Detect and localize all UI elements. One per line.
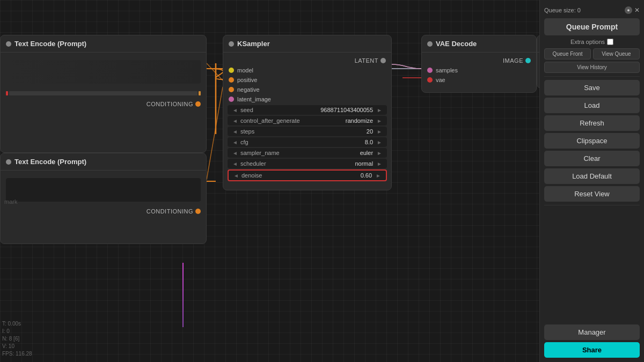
node-text-encode-2: Text Encode (Prompt) CONDITIONING <box>0 153 207 244</box>
output-port-row-1: CONDITIONING <box>1 99 206 109</box>
param-row-seed: ◄ seed 9688711043400055 ► <box>228 105 387 115</box>
node-header-text-encode-1: Text Encode (Prompt) <box>1 35 206 53</box>
queue-size-label: Queue size: 0 <box>544 7 581 13</box>
stat-t: T: 0.00s <box>2 320 32 328</box>
port-row-vae: vae <box>422 75 536 85</box>
param-row-steps: ◄ steps 20 ► <box>228 127 387 136</box>
clear-button[interactable]: Clear <box>544 151 640 166</box>
sub-buttons-row: Queue Front View Queue <box>544 48 640 60</box>
param-value-cfg: 8.0 <box>365 139 373 145</box>
node-title-vae: VAE Decode <box>436 40 477 48</box>
node-header-ksampler: KSampler <box>223 35 391 53</box>
param-arrow-left-cfg[interactable]: ◄ <box>231 139 239 145</box>
load-button[interactable]: Load <box>544 98 640 113</box>
clipspace-button[interactable]: Clipspace <box>544 133 640 149</box>
param-value-steps: 20 <box>367 128 373 135</box>
param-name-cfg: cfg <box>239 139 365 145</box>
param-arrow-left-steps[interactable]: ◄ <box>231 129 239 135</box>
node-body-ksampler: LATENT model positive negative latent_im… <box>223 53 391 190</box>
port-dot-samples[interactable] <box>427 68 433 73</box>
param-value-denoise: 0.60 <box>361 172 372 179</box>
param-value-control: randomize <box>346 117 373 124</box>
stats-overlay: T: 0.00s I: 0 N: 8 [6] V: 10 FPS: 116.28 <box>2 320 32 358</box>
port-dot-latent[interactable] <box>380 58 386 63</box>
param-row-sampler: ◄ sampler_name euler ► <box>228 148 387 158</box>
port-label-conditioning-2: CONDITIONING <box>147 208 193 215</box>
param-name-denoise: denoise <box>240 172 361 179</box>
node-body-text-encode-2: CONDITIONING <box>1 171 206 220</box>
param-row-scheduler: ◄ scheduler normal ► <box>228 159 387 168</box>
param-arrow-left-control[interactable]: ◄ <box>231 118 239 124</box>
port-dot-vae[interactable] <box>427 77 433 83</box>
port-row-positive: positive <box>223 75 391 85</box>
node-status-dot-vae <box>427 41 433 47</box>
view-queue-button[interactable]: View Queue <box>593 48 640 60</box>
right-panel: Queue size: 0 ● ✕ Queue Prompt Extra opt… <box>539 0 644 362</box>
node-text-encode-1: Text Encode (Prompt) CONDITIONING <box>0 35 207 153</box>
refresh-button[interactable]: Refresh <box>544 115 640 131</box>
output-port-row-2: CONDITIONING <box>1 206 206 217</box>
port-dot-latent-image[interactable] <box>229 97 234 102</box>
node-vae-decode: VAE Decode IMAGE samples vae <box>421 35 537 93</box>
node-status-dot-1 <box>6 41 11 47</box>
param-arrow-left-sampler[interactable]: ◄ <box>231 150 239 156</box>
marker-track <box>9 91 197 95</box>
node-header-vae: VAE Decode <box>422 35 536 53</box>
param-arrow-left-scheduler[interactable]: ◄ <box>231 161 239 167</box>
load-default-button[interactable]: Load Default <box>544 168 640 184</box>
param-arrow-right-control[interactable]: ► <box>375 118 384 124</box>
port-dot-positive[interactable] <box>229 77 234 83</box>
port-label-image-out: IMAGE <box>503 57 523 64</box>
param-arrow-right-steps[interactable]: ► <box>375 129 384 135</box>
manager-button[interactable]: Manager <box>544 324 640 340</box>
param-row-cfg: ◄ cfg 8.0 ► <box>228 137 387 147</box>
slider-markers-1 <box>1 88 206 99</box>
param-arrow-right-sampler[interactable]: ► <box>375 150 384 156</box>
param-value-sampler: euler <box>360 150 373 156</box>
queue-front-button[interactable]: Queue Front <box>544 48 591 60</box>
output-port-latent: LATENT <box>223 56 391 65</box>
port-label-latent: LATENT <box>355 57 378 64</box>
extra-options-label: Extra options <box>570 39 605 45</box>
queue-circle-btn[interactable]: ● <box>625 6 632 14</box>
param-name-sampler: sampler_name <box>239 150 360 156</box>
port-dot-conditioning-1[interactable] <box>195 101 201 107</box>
port-label-latent-image: latent_image <box>237 96 271 102</box>
watermark-text: mark <box>4 198 17 205</box>
node-title-text-encode-1: Text Encode (Prompt) <box>14 40 86 48</box>
param-arrow-right-scheduler[interactable]: ► <box>375 161 384 167</box>
param-arrow-left-seed[interactable]: ◄ <box>231 107 239 113</box>
param-name-steps: steps <box>239 128 367 135</box>
node-status-dot-2 <box>6 159 11 165</box>
port-dot-model[interactable] <box>229 68 234 73</box>
param-arrow-right-seed[interactable]: ► <box>375 107 384 113</box>
port-label-positive: positive <box>237 77 257 83</box>
param-arrow-right-denoise[interactable]: ► <box>374 173 383 179</box>
reset-view-button[interactable]: Reset View <box>544 186 640 202</box>
port-dot-negative[interactable] <box>229 87 234 92</box>
divider-1 <box>544 76 640 77</box>
port-label-model: model <box>237 67 253 73</box>
node-ksampler: KSampler LATENT model positive negative … <box>223 35 392 190</box>
extra-options-checkbox[interactable] <box>607 39 613 45</box>
divider-2 <box>544 205 640 205</box>
param-value-scheduler: normal <box>355 160 373 167</box>
port-label-negative: negative <box>237 86 260 93</box>
queue-prompt-button[interactable]: Queue Prompt <box>544 18 640 35</box>
param-arrow-right-cfg[interactable]: ► <box>375 139 384 145</box>
port-label-samples: samples <box>436 67 458 73</box>
port-row-samples: samples <box>422 65 536 75</box>
node-status-dot-ksampler <box>229 41 234 47</box>
param-arrow-left-denoise[interactable]: ◄ <box>232 173 240 179</box>
port-dot-conditioning-2[interactable] <box>195 209 201 214</box>
vertical-connector-line <box>182 263 184 327</box>
share-button[interactable]: Share <box>544 342 640 358</box>
view-history-button[interactable]: View History <box>544 62 640 73</box>
param-name-seed: seed <box>239 107 320 113</box>
save-button[interactable]: Save <box>544 80 640 95</box>
queue-close-btn[interactable]: ✕ <box>634 6 640 14</box>
port-dot-image-out[interactable] <box>525 58 531 63</box>
node-title-ksampler: KSampler <box>237 40 270 48</box>
queue-controls: ● ✕ <box>625 6 640 14</box>
port-row-model: model <box>223 65 391 75</box>
